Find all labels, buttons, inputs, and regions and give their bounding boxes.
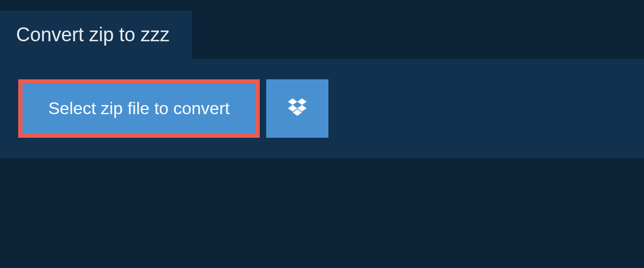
select-file-button[interactable]: Select zip file to convert <box>18 79 260 138</box>
dropbox-upload-button[interactable] <box>266 79 328 138</box>
page-title: Convert zip to zzz <box>16 24 170 46</box>
dropbox-icon <box>286 96 309 121</box>
select-file-label: Select zip file to convert <box>48 99 230 118</box>
page-title-tab: Convert zip to zzz <box>0 11 192 59</box>
upload-panel: Select zip file to convert <box>0 59 644 158</box>
upload-button-row: Select zip file to convert <box>18 79 626 138</box>
